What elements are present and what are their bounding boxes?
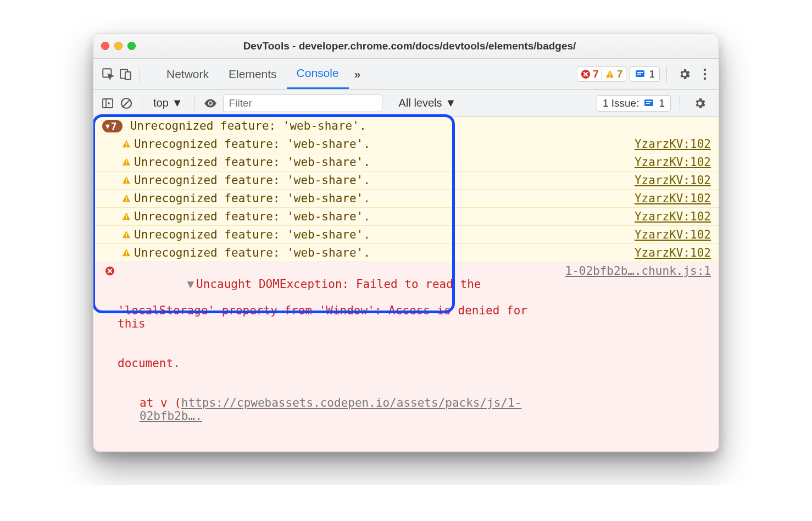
warning-source-link[interactable]: YzarzKV:102	[629, 228, 711, 241]
console-error-row[interactable]: ▼Uncaught DOMException: Failed to read t…	[93, 262, 719, 452]
warning-icon	[119, 210, 134, 221]
warning-message: Unrecognized feature: 'web-share'.	[134, 210, 629, 223]
svg-rect-7	[637, 72, 643, 73]
log-levels-selector[interactable]: All levels ▼	[399, 97, 457, 109]
error-icon	[102, 264, 118, 276]
group-message: Unrecognized feature: 'web-share'.	[130, 119, 366, 132]
tabs-overflow-button[interactable]: »	[349, 59, 366, 89]
console-warning-row[interactable]: Unrecognized feature: 'web-share'.YzarzK…	[93, 190, 719, 208]
toggle-sidebar-icon[interactable]	[101, 97, 114, 110]
error-count: 7	[581, 68, 599, 80]
divider	[680, 96, 680, 111]
warning-message: Unrecognized feature: 'web-share'.	[134, 156, 629, 169]
console-filter-bar: top ▼ All levels ▼ 1 Issue: 1	[93, 90, 719, 117]
error-warning-badge[interactable]: 7 7	[577, 66, 626, 82]
error-icon	[581, 69, 591, 79]
warning-message: Unrecognized feature: 'web-share'.	[134, 228, 629, 241]
tab-console[interactable]: Console	[287, 59, 349, 89]
tab-network[interactable]: Network	[157, 59, 219, 89]
console-settings-icon[interactable]	[689, 97, 711, 110]
svg-rect-23	[126, 179, 127, 181]
svg-rect-32	[126, 254, 127, 256]
svg-rect-20	[126, 146, 127, 147]
clear-console-icon[interactable]	[120, 97, 133, 110]
device-toggle-icon[interactable]	[119, 67, 133, 81]
main-toolbar: Network Elements Console » 7 7 1	[93, 59, 719, 90]
warning-icon	[119, 192, 134, 203]
divider	[666, 66, 667, 82]
tab-elements[interactable]: Elements	[219, 59, 287, 89]
context-selector[interactable]: top ▼	[151, 97, 185, 109]
error-message: ▼Uncaught DOMException: Failed to read t…	[118, 264, 559, 449]
panel-tabs: Network Elements Console »	[157, 59, 366, 89]
svg-rect-5	[609, 76, 610, 77]
chevron-down-icon: ▼	[446, 97, 457, 109]
svg-rect-26	[126, 200, 127, 201]
svg-line-15	[123, 100, 130, 107]
warning-icon	[119, 174, 134, 185]
chevron-down-icon: ▼	[172, 97, 183, 109]
svg-point-11	[704, 77, 707, 80]
console-warning-row[interactable]: Unrecognized feature: 'web-share'.YzarzK…	[93, 244, 719, 262]
svg-point-9	[704, 68, 707, 71]
titlebar: DevTools - developer.chrome.com/docs/dev…	[93, 34, 719, 59]
console-warning-row[interactable]: Unrecognized feature: 'web-share'.YzarzK…	[93, 171, 719, 190]
stack-trace-link[interactable]: https://cpwebassets.codepen.io/assets/pa…	[140, 396, 521, 423]
devtools-window: DevTools - developer.chrome.com/docs/dev…	[93, 33, 719, 452]
warning-source-link[interactable]: YzarzKV:102	[629, 210, 711, 223]
warning-source-link[interactable]: YzarzKV:102	[629, 156, 711, 169]
svg-rect-2	[125, 71, 131, 79]
warning-icon	[119, 137, 134, 149]
console-warning-row[interactable]: Unrecognized feature: 'web-share'.YzarzK…	[93, 208, 719, 226]
inspect-element-icon[interactable]	[101, 67, 115, 81]
console-output: ▼ 7 Unrecognized feature: 'web-share'. U…	[93, 117, 719, 452]
divider	[194, 96, 194, 111]
expand-caret-icon[interactable]: ▼	[187, 278, 194, 291]
warning-source-link[interactable]: YzarzKV:102	[629, 174, 711, 187]
divider	[140, 66, 140, 82]
divider	[142, 96, 142, 111]
group-count-badge: ▼ 7	[102, 120, 123, 132]
svg-rect-24	[126, 182, 127, 183]
svg-rect-21	[126, 160, 127, 163]
svg-rect-12	[103, 99, 113, 108]
svg-rect-27	[126, 215, 127, 218]
open-issues-button[interactable]: 1	[630, 66, 660, 82]
svg-rect-19	[126, 142, 127, 145]
live-expression-icon[interactable]	[203, 96, 218, 110]
issue-icon	[635, 69, 646, 80]
more-options-icon[interactable]	[699, 68, 711, 80]
svg-rect-22	[126, 164, 127, 165]
warning-source-link[interactable]: YzarzKV:102	[629, 192, 711, 205]
console-warning-row[interactable]: Unrecognized feature: 'web-share'.YzarzK…	[93, 153, 719, 171]
svg-rect-17	[646, 101, 652, 102]
warning-icon	[119, 246, 134, 258]
svg-rect-25	[126, 197, 127, 199]
error-source-link[interactable]: 1-02bfb2b….chunk.js:1	[559, 264, 711, 278]
settings-icon[interactable]	[674, 68, 696, 81]
window-title: DevTools - developer.chrome.com/docs/dev…	[108, 40, 711, 52]
warning-message: Unrecognized feature: 'web-share'.	[134, 137, 629, 151]
filter-input[interactable]	[223, 95, 382, 112]
message-group-header[interactable]: ▼ 7 Unrecognized feature: 'web-share'.	[93, 117, 719, 135]
svg-rect-18	[646, 103, 650, 104]
warning-icon	[605, 69, 615, 79]
svg-rect-28	[126, 218, 127, 219]
warning-source-link[interactable]: YzarzKV:102	[629, 246, 711, 259]
issues-summary-button[interactable]: 1 Issue: 1	[597, 95, 671, 112]
svg-rect-4	[609, 73, 610, 75]
svg-rect-29	[126, 233, 127, 236]
warning-source-link[interactable]: YzarzKV:102	[629, 137, 711, 151]
svg-point-10	[704, 73, 707, 75]
console-warning-row[interactable]: Unrecognized feature: 'web-share'.YzarzK…	[93, 226, 719, 244]
svg-rect-8	[637, 74, 641, 75]
chevron-down-icon: ▼	[105, 122, 110, 130]
warning-icon	[119, 228, 134, 240]
warning-message: Unrecognized feature: 'web-share'.	[134, 174, 629, 187]
issue-icon	[643, 98, 654, 109]
console-warning-row[interactable]: Unrecognized feature: 'web-share'.YzarzK…	[93, 135, 719, 153]
warning-message: Unrecognized feature: 'web-share'.	[134, 246, 629, 259]
svg-rect-30	[126, 236, 127, 237]
warning-icon	[119, 156, 134, 167]
svg-rect-31	[126, 251, 127, 254]
